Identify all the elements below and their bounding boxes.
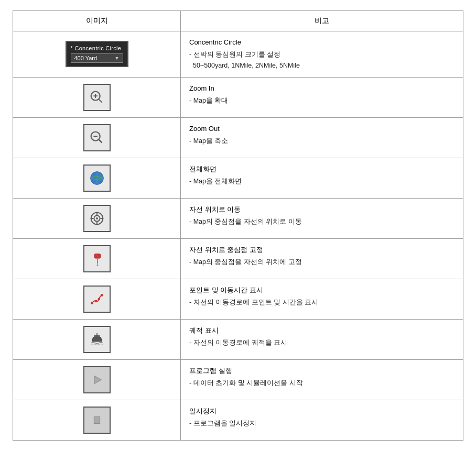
dropdown-arrow-icon: ▼	[115, 56, 120, 61]
table-row: 자선 위치로 중심점 고정 - Map의 중심점을 자선의 위치에 고정	[13, 238, 463, 279]
track-display-button[interactable]	[83, 326, 111, 353]
desc-sub-range: 50~500yard, 1NMile, 2NMile, 5NMile	[189, 60, 455, 71]
col-header-desc: 비고	[181, 11, 463, 31]
desc-cell-stop: 일시정지 - 프로그램을 일시정지	[181, 400, 463, 440]
concentric-label: * Concentric Circle	[71, 45, 122, 51]
image-cell-zoomin	[13, 77, 181, 117]
concentric-dropdown[interactable]: 400 Yard ▼	[71, 53, 123, 63]
trail-svg	[88, 290, 106, 308]
zoom-out-svg	[88, 129, 106, 147]
desc-title: Zoom Out	[189, 123, 455, 135]
svg-point-27	[98, 298, 100, 300]
pause-button[interactable]	[83, 407, 111, 434]
table-row: * Concentric Circle 400 Yard ▼ Concentri…	[13, 31, 463, 78]
desc-sub: - 데이터 초기화 및 시뮬레이션을 시작	[189, 378, 455, 389]
zoom-in-svg	[88, 89, 106, 106]
svg-point-28	[101, 294, 103, 297]
desc-title: 궤적 표시	[189, 325, 455, 336]
image-cell-ship	[13, 319, 181, 359]
image-cell-stop	[13, 400, 181, 440]
svg-point-10	[93, 175, 97, 178]
col-header-image: 이미지	[13, 11, 181, 31]
image-cell-pin	[13, 238, 181, 279]
svg-line-6	[99, 139, 102, 142]
desc-cell-trail: 포인트 및 이동시간 표시 - 자선의 이동경로에 포인트 및 시간을 표시	[181, 279, 463, 319]
desc-title: 자선 위치로 이동	[189, 204, 455, 215]
desc-title: 프로그램 실행	[189, 365, 455, 377]
desc-cell-concentric: Concentric Circle - 선박의 동심원의 크기를 설정 50~5…	[181, 31, 463, 78]
svg-point-25	[91, 302, 93, 304]
run-button[interactable]	[83, 366, 111, 393]
desc-cell-target: 자선 위치로 이동 - Map의 중심점을 자선의 위치로 이동	[181, 198, 463, 238]
desc-title: 포인트 및 이동시간 표시	[189, 284, 455, 296]
desc-title: 자선 위치로 중심점 고정	[189, 244, 455, 256]
desc-cell-globe: 전체화면 - Map을 전체화면	[181, 158, 463, 198]
table-row: 자선 위치로 이동 - Map의 중심점을 자선의 위치로 이동	[13, 198, 463, 238]
concentric-circle-widget[interactable]: * Concentric Circle 400 Yard ▼	[66, 41, 128, 67]
image-cell-trail	[13, 279, 181, 319]
desc-sub: - 선박의 동심원의 크기를 설정	[189, 49, 455, 60]
image-cell-play	[13, 359, 181, 400]
desc-title: Concentric Circle	[189, 37, 455, 48]
desc-cell-pin: 자선 위치로 중심점 고정 - Map의 중심점을 자선의 위치에 고정	[181, 238, 463, 279]
table-row: 궤적 표시 - 자선의 이동경로에 궤적을 표시	[13, 319, 463, 359]
trail-button[interactable]	[83, 286, 111, 313]
pause-svg	[88, 411, 106, 429]
image-cell-target	[13, 198, 181, 238]
desc-sub: - 자선의 이동경로에 포인트 및 시간을 표시	[189, 297, 455, 308]
target-svg	[88, 210, 106, 227]
desc-cell-ship: 궤적 표시 - 자선의 이동경로에 궤적을 표시	[181, 319, 463, 359]
desc-cell-zoomout: Zoom Out - Map을 축소	[181, 117, 463, 158]
desc-title: 전체화면	[189, 163, 455, 175]
table-row: 포인트 및 이동시간 표시 - 자선의 이동경로에 포인트 및 시간을 표시	[13, 279, 463, 319]
image-cell-concentric: * Concentric Circle 400 Yard ▼	[13, 31, 181, 78]
svg-point-13	[99, 175, 101, 177]
table-row: 프로그램 실행 - 데이터 초기화 및 시뮬레이션을 시작	[13, 359, 463, 400]
desc-sub: - Map의 중심점을 자선의 위치로 이동	[189, 216, 455, 227]
ship-svg	[88, 331, 106, 348]
svg-point-12	[93, 179, 95, 180]
table-row: Zoom In - Map을 확대	[13, 77, 463, 117]
image-cell-globe	[13, 158, 181, 198]
svg-line-3	[99, 99, 102, 102]
desc-sub: - 프로그램을 일시정지	[189, 418, 455, 429]
desc-sub: - Map을 전체화면	[189, 176, 455, 187]
svg-marker-31	[94, 376, 101, 383]
concentric-value: 400 Yard	[74, 55, 98, 61]
globe-svg	[88, 169, 106, 187]
svg-point-11	[97, 177, 100, 180]
svg-point-26	[94, 300, 97, 302]
desc-title: Zoom In	[189, 83, 455, 94]
image-cell-zoomout	[13, 117, 181, 158]
table-row: Zoom Out - Map을 축소	[13, 117, 463, 158]
desc-cell-zoomin: Zoom In - Map을 확대	[181, 77, 463, 117]
desc-sub: - Map을 확대	[189, 95, 455, 106]
reference-table: 이미지 비고 * Concentric Circle 400 Yard ▼	[13, 10, 463, 441]
svg-rect-32	[94, 416, 100, 423]
svg-marker-23	[96, 264, 99, 266]
svg-point-20	[96, 217, 98, 219]
desc-sub: - 자선의 이동경로에 궤적을 표시	[189, 337, 455, 348]
pin-button[interactable]	[83, 245, 111, 272]
play-svg	[88, 371, 106, 389]
zoom-in-button[interactable]	[83, 84, 111, 111]
pin-svg	[88, 250, 106, 268]
main-table-container: 이미지 비고 * Concentric Circle 400 Yard ▼	[13, 10, 463, 441]
desc-sub: - Map의 중심점을 자선의 위치에 고정	[189, 257, 455, 268]
table-row: 일시정지 - 프로그램을 일시정지	[13, 400, 463, 440]
zoom-out-button[interactable]	[83, 124, 111, 151]
fullscreen-button[interactable]	[83, 164, 111, 192]
table-row: 전체화면 - Map을 전체화면	[13, 158, 463, 198]
desc-cell-play: 프로그램 실행 - 데이터 초기화 및 시뮬레이션을 시작	[181, 359, 463, 400]
desc-title: 일시정지	[189, 405, 455, 417]
move-to-vessel-button[interactable]	[83, 205, 111, 232]
desc-sub: - Map을 축소	[189, 136, 455, 147]
